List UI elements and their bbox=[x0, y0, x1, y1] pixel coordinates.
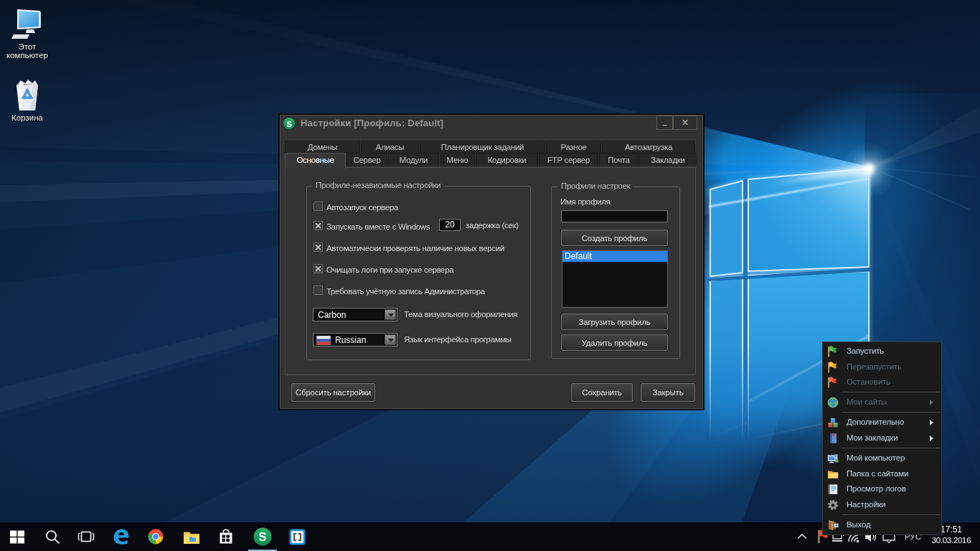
svg-text:S: S bbox=[258, 530, 266, 544]
svg-text:S: S bbox=[286, 120, 292, 128]
